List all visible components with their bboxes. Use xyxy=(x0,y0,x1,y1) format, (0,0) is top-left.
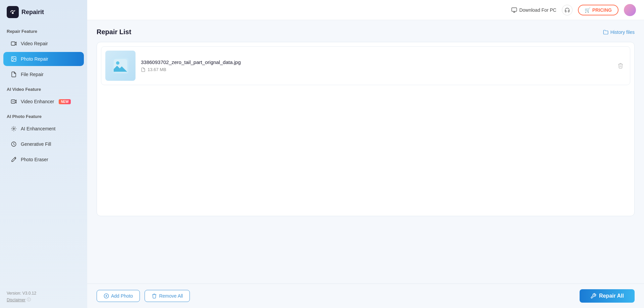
headset-icon xyxy=(565,7,570,13)
add-photo-button[interactable]: Add Photo xyxy=(97,290,140,302)
content-header: Repair List History files xyxy=(97,28,635,36)
add-icon xyxy=(104,293,109,299)
remove-icon xyxy=(152,293,157,299)
svg-rect-2 xyxy=(11,42,15,46)
disclaimer-link[interactable]: Disclaimer xyxy=(7,298,25,302)
repair-all-button[interactable]: Repair All xyxy=(580,289,635,303)
sidebar: Repairit Repair Feature Video Repair Pho… xyxy=(0,0,87,308)
sidebar-item-video-enhancer[interactable]: Video Enhancer NEW xyxy=(3,95,84,109)
repair-feature-section-title: Repair Feature xyxy=(0,24,87,36)
history-files-label: History files xyxy=(610,29,635,35)
sidebar-item-photo-eraser[interactable]: Photo Eraser xyxy=(3,152,84,167)
sidebar-item-video-repair[interactable]: Video Repair xyxy=(3,37,84,51)
file-size: 13.67 MB xyxy=(141,67,610,72)
logo-icon xyxy=(7,6,19,18)
file-size-icon xyxy=(141,67,146,72)
topbar: Download For PC 🛒 PRICING xyxy=(87,0,644,20)
photo-eraser-label: Photo Eraser xyxy=(21,157,48,162)
app-logo: Repairit xyxy=(0,0,87,24)
repair-icon xyxy=(590,293,596,299)
main-area: Download For PC 🛒 PRICING Repair List Hi… xyxy=(87,0,644,308)
file-thumbnail xyxy=(105,51,136,81)
table-row: 3386093702_zero_tail_part_orignal_data.j… xyxy=(101,46,630,85)
help-button[interactable] xyxy=(562,5,573,15)
add-photo-label: Add Photo xyxy=(111,293,133,299)
user-avatar[interactable] xyxy=(624,4,636,16)
sidebar-item-file-repair[interactable]: File Repair xyxy=(3,67,84,81)
monitor-icon xyxy=(511,7,517,13)
history-files-button[interactable]: History files xyxy=(603,29,635,35)
version-text: Version: V3.0.12 xyxy=(7,291,80,296)
svg-rect-8 xyxy=(512,8,517,11)
remove-all-button[interactable]: Remove All xyxy=(145,290,190,302)
pricing-label: PRICING xyxy=(592,7,612,13)
ai-enhancement-icon xyxy=(10,125,17,132)
sidebar-item-generative-fill[interactable]: Generative Fill xyxy=(3,137,84,151)
bottom-left-buttons: Add Photo Remove All xyxy=(97,290,190,302)
download-for-pc-button[interactable]: Download For PC xyxy=(511,7,556,13)
disclaimer-info-icon: ⓘ xyxy=(27,297,31,303)
svg-point-4 xyxy=(12,58,13,58)
delete-file-button[interactable] xyxy=(615,60,626,71)
folder-icon xyxy=(603,29,608,35)
svg-point-1 xyxy=(12,12,14,14)
bottom-bar: Add Photo Remove All Repair All xyxy=(87,284,644,308)
content-area: Repair List History files xyxy=(87,20,644,284)
svg-point-6 xyxy=(13,128,15,130)
generative-fill-label: Generative Fill xyxy=(21,141,51,147)
repair-all-label: Repair All xyxy=(599,293,624,299)
new-badge: NEW xyxy=(59,99,70,104)
page-title: Repair List xyxy=(97,28,131,36)
pricing-button[interactable]: 🛒 PRICING xyxy=(578,5,619,15)
generative-fill-icon xyxy=(10,140,17,148)
photo-thumbnail-icon xyxy=(112,58,128,74)
video-enhancer-icon xyxy=(10,98,17,105)
video-enhancer-label: Video Enhancer xyxy=(21,99,54,104)
photo-eraser-icon xyxy=(10,156,17,163)
ai-photo-section-title: AI Photo Feature xyxy=(0,109,87,121)
file-repair-icon xyxy=(10,71,17,78)
file-size-value: 13.67 MB xyxy=(148,67,166,72)
sidebar-item-ai-enhancement[interactable]: AI Enhancement xyxy=(3,122,84,136)
sidebar-item-photo-repair[interactable]: Photo Repair xyxy=(3,52,84,66)
ai-video-section-title: AI Video Feature xyxy=(0,82,87,94)
ai-enhancement-label: AI Enhancement xyxy=(21,126,56,131)
video-repair-icon xyxy=(10,40,17,47)
video-repair-label: Video Repair xyxy=(21,41,48,46)
file-repair-label: File Repair xyxy=(21,72,44,77)
photo-repair-icon xyxy=(10,55,17,63)
download-label: Download For PC xyxy=(519,7,556,13)
photo-repair-label: Photo Repair xyxy=(21,56,48,62)
file-info: 3386093702_zero_tail_part_orignal_data.j… xyxy=(141,59,610,72)
sidebar-footer: Version: V3.0.12 Disclaimer ⓘ xyxy=(0,286,87,308)
cart-icon: 🛒 xyxy=(585,7,590,13)
file-name: 3386093702_zero_tail_part_orignal_data.j… xyxy=(141,59,610,65)
remove-all-label: Remove All xyxy=(159,293,183,299)
file-list-area: 3386093702_zero_tail_part_orignal_data.j… xyxy=(97,42,635,216)
app-name: Repairit xyxy=(21,9,44,16)
svg-point-11 xyxy=(116,61,119,65)
trash-icon xyxy=(618,63,624,69)
